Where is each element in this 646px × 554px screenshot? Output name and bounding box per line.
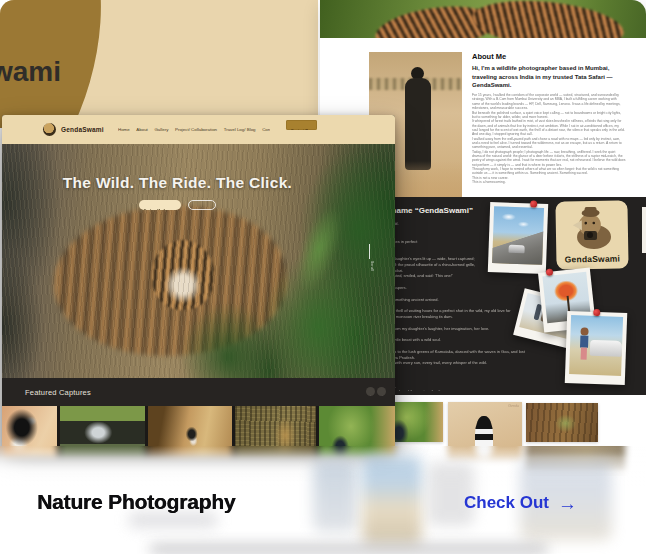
showcase-canvas: wami About Me Hi, I'm a wildlife photogr… bbox=[0, 0, 646, 554]
band-title: Nature Photography bbox=[37, 490, 235, 514]
mascot-wordmark: GendaSwami bbox=[556, 253, 628, 264]
polaroid-edge bbox=[642, 207, 646, 253]
brand-corner-card: wami bbox=[0, 0, 318, 128]
nav-item-contact-us[interactable]: Contact Us bbox=[262, 127, 270, 132]
arrow-right-icon: → bbox=[558, 494, 577, 513]
carousel-next-button[interactable]: → bbox=[377, 387, 386, 396]
featured-captures-bar: Featured Captures ← → bbox=[2, 378, 395, 406]
view-gallery-button[interactable]: View Gallery bbox=[188, 200, 216, 210]
hero-content: The Wild. The Ride. The Click. Explore M… bbox=[2, 174, 353, 210]
caption-band: Nature Photography Check Out → bbox=[0, 446, 646, 554]
car-shape bbox=[508, 245, 524, 254]
gallery-photo-forest[interactable] bbox=[526, 403, 598, 442]
contact-now-button[interactable]: Contact Now bbox=[286, 120, 317, 130]
blurred-text-hint bbox=[128, 512, 218, 528]
check-out-label: Check Out bbox=[464, 493, 549, 513]
blurred-edge-hint bbox=[150, 545, 548, 553]
rhino-mascot-illustration bbox=[559, 202, 624, 253]
about-text-column: About Me Hi, I'm a wildlife photographer… bbox=[472, 52, 626, 197]
polaroid-road-car bbox=[488, 202, 548, 274]
blurred-photo-hint bbox=[362, 456, 422, 544]
suv-shape bbox=[590, 340, 623, 357]
about-body: For 15 years, I walked the corridors of … bbox=[472, 93, 626, 191]
check-out-link[interactable]: Check Out → bbox=[464, 493, 577, 513]
carousel-prev-button[interactable]: ← bbox=[366, 387, 375, 396]
hero-title: The Wild. The Ride. The Click. bbox=[2, 174, 353, 192]
about-lead: Hi, I'm a wildlife photographer based in… bbox=[472, 64, 626, 90]
about-heading: About Me bbox=[472, 52, 626, 61]
brand-logo-rhino-icon[interactable] bbox=[43, 123, 56, 136]
home-page-screenshot: GendaSwami Home About Gallery Project/ C… bbox=[2, 115, 395, 457]
arrow-right-icon: → bbox=[377, 392, 386, 397]
explore-journey-button[interactable]: Explore My Journey bbox=[139, 200, 181, 210]
watermark-signature: Genda bbox=[479, 404, 519, 413]
nav-item-gallery[interactable]: Gallery bbox=[154, 127, 168, 132]
nav-item-about[interactable]: About bbox=[136, 127, 147, 132]
photographer-figure bbox=[405, 78, 431, 170]
arrow-left-icon: ← bbox=[366, 392, 375, 397]
nav-menu: Home About Gallery Project/ Collaboratio… bbox=[118, 115, 270, 144]
featured-heading: Featured Captures bbox=[25, 388, 91, 397]
tiger-shape bbox=[470, 0, 626, 38]
nav-item-home[interactable]: Home bbox=[118, 127, 130, 132]
tigers-banner-photo bbox=[320, 0, 646, 38]
girl-shape bbox=[580, 335, 588, 347]
foliage-shape bbox=[180, 302, 276, 378]
hero-section: The Wild. The Ride. The Click. Explore M… bbox=[2, 144, 395, 378]
blurred-photo-hint bbox=[313, 460, 357, 532]
nav-item-project-collaboration[interactable]: Project/ Collaboration bbox=[175, 127, 217, 132]
brand-name[interactable]: GendaSwami bbox=[61, 126, 104, 133]
polaroid-girl-suv bbox=[565, 311, 627, 385]
nav-item-travel-log-blog[interactable]: Travel Log/ Blog bbox=[224, 127, 256, 132]
red-pin-icon bbox=[530, 200, 537, 207]
girl-shape bbox=[581, 347, 587, 359]
brand-wordmark-fragment: wami bbox=[0, 56, 61, 88]
rhino-mascot-card: GendaSwami bbox=[555, 200, 628, 269]
scroll-indicator: Scroll bbox=[367, 244, 371, 287]
scroll-line bbox=[369, 244, 370, 259]
red-pin-icon bbox=[593, 309, 600, 316]
navbar: GendaSwami Home About Gallery Project/ C… bbox=[2, 115, 395, 144]
